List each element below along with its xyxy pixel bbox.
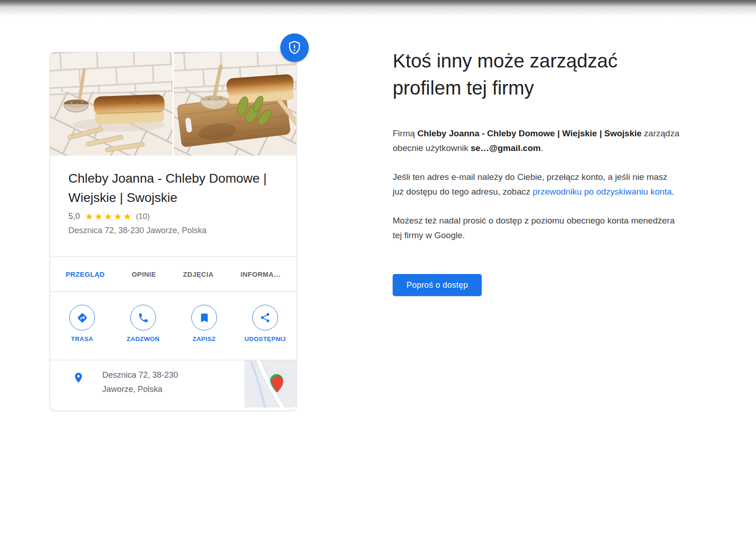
directions-icon (69, 305, 95, 330)
bread-loaf (94, 94, 165, 124)
tab-zdjecia[interactable]: ZDJĘCIA (183, 270, 214, 278)
location-row: Desznica 72, 38-230 Jaworze, Polska (50, 360, 296, 408)
request-access-paragraph: Możesz też nadal prosić o dostęp z pozio… (393, 213, 678, 243)
profile-alert-badge[interactable] (280, 34, 309, 62)
request-access-button[interactable]: Poproś o dostęp (393, 274, 482, 296)
business-photo-bread-2[interactable] (174, 52, 296, 156)
review-count: (10) (136, 212, 150, 221)
business-photo-bread-1[interactable] (50, 52, 172, 156)
p2-suffix: . (672, 187, 674, 196)
shield-alert-icon (287, 40, 302, 56)
rating-value: 5,0 (68, 212, 80, 221)
business-name: Chleby Joanna - Chleby Domowe | Wiejskie… (68, 169, 278, 207)
account-recovery-link[interactable]: przewodniku po odzyskiwaniu konta (533, 187, 672, 196)
tab-informacje[interactable]: INFORMA… (240, 270, 281, 278)
mini-map[interactable] (245, 360, 296, 408)
place-pin-icon (72, 371, 84, 386)
business-address: Desznica 72, 38-230 Jaworze, Polska (68, 224, 278, 236)
location-address: Desznica 72, 38-230 Jaworze, Polska (102, 368, 199, 397)
business-photos (50, 52, 296, 156)
p1-prefix: Firmą (393, 129, 417, 138)
tab-opinie[interactable]: OPINIE (132, 270, 156, 278)
bookmark-icon (191, 305, 217, 330)
card-tabs: PRZEGLĄD OPINIE ZDJĘCIA INFORMA… (50, 257, 296, 291)
business-info: Chleby Joanna - Chleby Domowe | Wiejskie… (50, 156, 296, 236)
tab-przeglad[interactable]: PRZEGLĄD (66, 270, 105, 278)
top-toolbar-shadow (0, 0, 756, 17)
p1-business-name: Chleby Joanna - Chleby Domowe | Wiejskie… (417, 129, 642, 138)
p1-suffix: . (541, 143, 543, 153)
manage-profile-panel: Ktoś inny może zarządzać profilem tej fi… (393, 47, 695, 296)
recovery-paragraph: Jeśli ten adres e-mail należy do Ciebie,… (393, 170, 678, 199)
manager-email: se…@gmail.com (471, 143, 541, 153)
share-button[interactable]: UDOSTĘPNIJ (244, 305, 286, 360)
current-manager-paragraph: Firmą Chleby Joanna - Chleby Domowe | Wi… (393, 126, 695, 156)
business-profile-card: Chleby Joanna - Chleby Domowe | Wiejskie… (50, 52, 297, 411)
directions-button[interactable]: TRASA (61, 305, 103, 360)
star-rating-icons: ★★★★★ (85, 212, 133, 221)
save-button[interactable]: ZAPISZ (183, 305, 225, 360)
card-actions: TRASA ZADZWOŃ ZAPISZ UD (50, 291, 296, 360)
rating-row[interactable]: 5,0 ★★★★★ (10) (68, 212, 278, 221)
share-icon (252, 305, 278, 330)
call-button[interactable]: ZADZWOŃ (122, 305, 164, 360)
phone-icon (130, 305, 156, 330)
page-title: Ktoś inny może zarządzać profilem tej fi… (393, 47, 691, 101)
